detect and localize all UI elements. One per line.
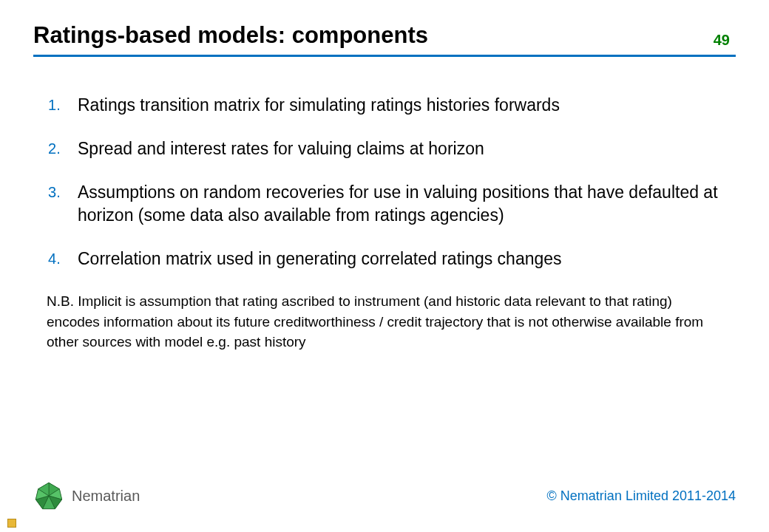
slide-container: Ratings-based models: components 49 Rati…: [0, 0, 769, 532]
slide-footer: Nematrian © Nematrian Limited 2011-2014: [33, 473, 736, 517]
list-item: Correlation matrix used in generating co…: [48, 248, 736, 270]
slide-title: Ratings-based models: components: [33, 22, 428, 49]
slide-header: Ratings-based models: components 49: [33, 22, 736, 57]
copyright-text: © Nematrian Limited 2011-2014: [547, 488, 736, 504]
list-item: Ratings transition matrix for simulating…: [48, 94, 736, 117]
brand-name: Nematrian: [72, 488, 140, 505]
list-item: Assumptions on random recoveries for use…: [48, 181, 736, 227]
list-item: Spread and interest rates for valuing cl…: [48, 137, 736, 160]
page-number: 49: [714, 32, 736, 49]
note-text: N.B. Implicit is assumption that rating …: [33, 291, 736, 352]
footer-left: Nematrian: [33, 480, 140, 511]
corner-marker-icon: [7, 519, 16, 528]
slide-content: Ratings transition matrix for simulating…: [33, 94, 736, 473]
nematrian-logo-icon: [33, 480, 64, 511]
numbered-list: Ratings transition matrix for simulating…: [33, 94, 736, 270]
